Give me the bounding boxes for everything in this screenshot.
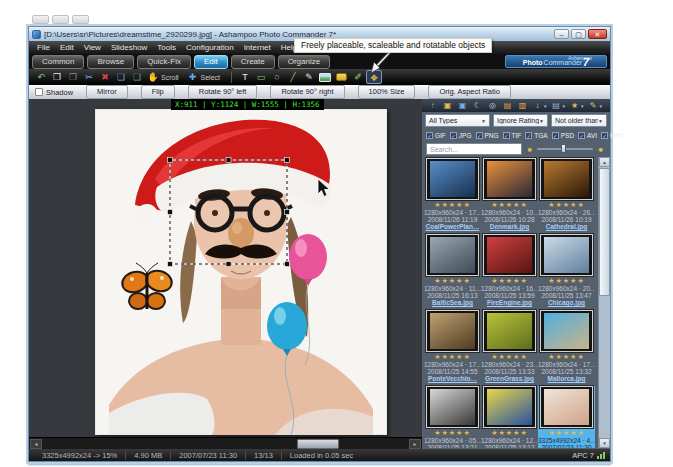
- thumbnail-image[interactable]: [540, 234, 593, 276]
- filetype-png[interactable]: ✓PNG: [476, 132, 499, 139]
- age-dropdown[interactable]: Not older than... ▼: [551, 114, 607, 127]
- star-rating[interactable]: ★★★★★: [481, 428, 538, 437]
- scroll-up-icon[interactable]: [599, 157, 610, 167]
- move-file-icon[interactable]: ❏: [113, 70, 129, 84]
- scrollbar-thumb[interactable]: [599, 168, 610, 296]
- filetype-gif[interactable]: ✓GIF: [426, 132, 446, 139]
- line-tool[interactable]: ╱: [285, 70, 301, 84]
- pen-tool[interactable]: ✎: [301, 70, 317, 84]
- ellipse-tool[interactable]: ○: [269, 70, 285, 84]
- checkbox-icon[interactable]: ✓: [552, 132, 559, 139]
- thumbnail-item[interactable]: ★★★★★1280x960x24 · 17…2008/11/25 14:55Po…: [424, 309, 481, 385]
- thumbnail-image[interactable]: [540, 310, 593, 352]
- search-icon[interactable]: ◎: [486, 100, 499, 112]
- thumbnail-item[interactable]: ★★★★★1280x960x24 · 17…2008/11/25 13:32Ma…: [538, 309, 595, 385]
- file-type-dropdown[interactable]: All Types ▼: [425, 114, 490, 127]
- checkbox-icon[interactable]: ✓: [476, 132, 483, 139]
- rotate-90-left-button[interactable]: Rotate 90° left: [188, 85, 258, 99]
- scrollbar-thumb[interactable]: [297, 439, 339, 449]
- rectangle-tool[interactable]: ▭: [253, 70, 269, 84]
- close-button[interactable]: ✕: [588, 29, 607, 39]
- star-rating[interactable]: ★★★★★: [538, 276, 595, 285]
- thumbnail-image[interactable]: [426, 158, 479, 200]
- filetype-avi[interactable]: ✓AVI: [578, 132, 597, 139]
- photo-canvas[interactable]: [95, 109, 387, 435]
- shadow-checkbox[interactable]: Shadow: [35, 88, 73, 97]
- thumbnail-image[interactable]: [426, 386, 479, 428]
- star-rating[interactable]: ★★★★★: [538, 352, 595, 361]
- folder-icon[interactable]: ▣: [441, 100, 454, 112]
- chevron-down-icon[interactable]: ▾: [544, 103, 547, 109]
- maximize-button[interactable]: ▢: [571, 29, 586, 39]
- thumbnail-item[interactable]: ★★★★★1280x960x24 · 05…2008/11/25 13:21Al…: [424, 385, 481, 448]
- checkbox-icon[interactable]: ✓: [426, 132, 433, 139]
- tree-icon[interactable]: ▥: [516, 100, 529, 112]
- checkbox-icon[interactable]: ✓: [503, 132, 510, 139]
- folders-icon[interactable]: ▤: [501, 100, 514, 112]
- scroll-right-icon[interactable]: [409, 439, 421, 449]
- delete-icon[interactable]: ✖: [97, 70, 113, 84]
- rating-dropdown[interactable]: Ignore Rating ▼: [493, 114, 548, 127]
- thumbnail-filename[interactable]: Chicago.jpg: [538, 299, 595, 307]
- rating-filter-icon[interactable]: ★: [568, 100, 581, 112]
- thumbnail-filename[interactable]: PonteVecchio…: [424, 375, 481, 383]
- star-rating[interactable]: ★★★★★: [424, 276, 481, 285]
- star-rating[interactable]: ★★★★★: [538, 428, 595, 437]
- thumbnail-item[interactable]: ★★★★★1280x960x24 · 26…2008/11/26 10:19Ca…: [538, 157, 595, 233]
- tab-browse[interactable]: Browse: [87, 55, 134, 69]
- checkbox-icon[interactable]: [35, 88, 43, 96]
- rotate-90-right-button[interactable]: Rotate 90° right: [270, 85, 344, 99]
- search-input[interactable]: [426, 143, 522, 155]
- menu-internet[interactable]: Internet: [239, 43, 276, 52]
- scroll-down-icon[interactable]: [599, 438, 610, 448]
- star-rating[interactable]: ★★★★★: [538, 200, 595, 209]
- star-rating[interactable]: ★★★★★: [424, 200, 481, 209]
- star-rating[interactable]: ★★★★★: [481, 352, 538, 361]
- thumbnail-image[interactable]: [483, 386, 536, 428]
- thumbnail-item[interactable]: ★★★★★1280x960x24 · 20…2008/11/25 13:47Ch…: [538, 233, 595, 309]
- star-rating[interactable]: ★★★★★: [481, 276, 538, 285]
- tab-common[interactable]: Common: [32, 55, 84, 69]
- vertical-scrollbar[interactable]: [598, 157, 610, 448]
- 100-size-button[interactable]: 100% Size: [358, 85, 416, 99]
- view-mode-icon[interactable]: ▤: [550, 100, 563, 112]
- text-tool[interactable]: T: [237, 70, 253, 84]
- new-folder-icon[interactable]: ▣: [456, 100, 469, 112]
- chevron-down-icon[interactable]: ▾: [581, 103, 584, 109]
- edit-list-icon[interactable]: ✎: [587, 100, 600, 112]
- checkbox-icon[interactable]: ✓: [601, 132, 608, 139]
- cut-icon[interactable]: ✂: [81, 70, 97, 84]
- filetype-mp3[interactable]: ✓MP3: [601, 132, 623, 139]
- chevron-down-icon[interactable]: ▾: [563, 103, 566, 109]
- thumbnail-size-slider[interactable]: [537, 148, 593, 150]
- menu-file[interactable]: File: [32, 43, 55, 52]
- thumbnail-image[interactable]: [483, 234, 536, 276]
- star-rating[interactable]: ★★★★★: [424, 428, 481, 437]
- thumbnail-filename[interactable]: Cathedral.jpg: [538, 223, 595, 231]
- thumbnail-item[interactable]: ★★★★★1280x960x24 · 16…2008/11/25 13:59Fi…: [481, 233, 538, 309]
- thumbnail-filename[interactable]: Denmark.jpg: [481, 223, 538, 231]
- thumbnail-image[interactable]: [540, 158, 593, 200]
- thumbnail-filename[interactable]: CoalPowerPlan…: [424, 223, 481, 231]
- duplicate-page-icon[interactable]: ❐: [65, 70, 81, 84]
- tab-edit[interactable]: Edit: [194, 55, 228, 69]
- scroll-left-icon[interactable]: [30, 439, 42, 449]
- menu-edit[interactable]: Edit: [55, 43, 79, 52]
- editor-canvas-area[interactable]: X:911 | Y:1124 | W:1555 | H:1356: [29, 99, 422, 449]
- clock-icon[interactable]: ☾: [471, 100, 484, 112]
- checkbox-icon[interactable]: ✓: [450, 132, 457, 139]
- filetype-tga[interactable]: ✓TGA: [525, 132, 547, 139]
- speech-bubble-tool[interactable]: [336, 73, 347, 81]
- undo-icon[interactable]: ↶: [33, 70, 49, 84]
- slider-handle[interactable]: [561, 144, 566, 153]
- mirror-button[interactable]: Mirror: [86, 85, 128, 99]
- scroll-tool[interactable]: ✋: [145, 70, 161, 84]
- thumbnail-filename[interactable]: Mallorca.jpg: [538, 375, 595, 383]
- checkbox-icon[interactable]: ✓: [525, 132, 532, 139]
- star-rating[interactable]: ★★★★★: [481, 200, 538, 209]
- menu-tools[interactable]: Tools: [152, 43, 181, 52]
- copy-file-icon[interactable]: ❏: [129, 70, 145, 84]
- folder-up-icon[interactable]: ↑: [426, 100, 439, 112]
- thumbnail-image[interactable]: [483, 158, 536, 200]
- horizontal-scrollbar[interactable]: [29, 437, 422, 449]
